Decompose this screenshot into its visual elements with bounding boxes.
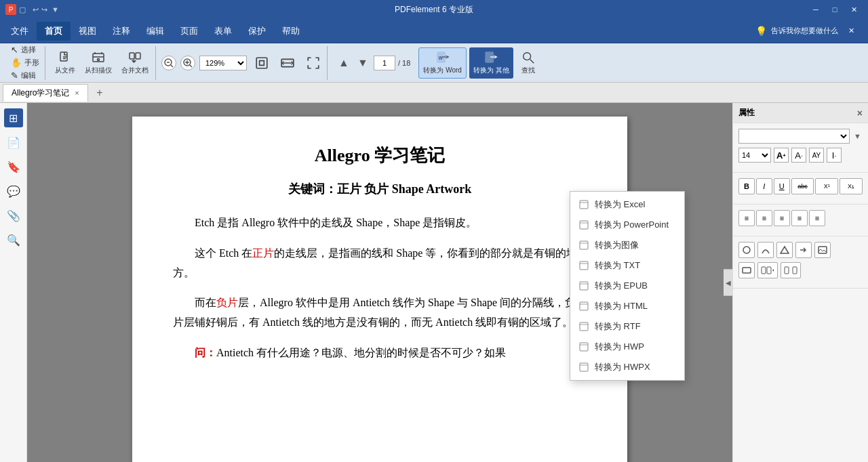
svg-rect-35 bbox=[580, 343, 588, 351]
circle-shape-button[interactable] bbox=[738, 242, 755, 258]
close-button[interactable]: ✕ bbox=[845, 3, 863, 16]
hwp-icon bbox=[578, 341, 589, 352]
convert-other-button[interactable]: 转换为 其他 bbox=[469, 47, 513, 79]
dropdown-html[interactable]: 转换为 HTML bbox=[570, 296, 684, 316]
menu-help[interactable]: 帮助 bbox=[274, 22, 308, 41]
pdf-para4: 问：Antietch 有什么用途？电源、地分割的时候是否不可少？如果 bbox=[173, 343, 587, 363]
page-number-input[interactable] bbox=[374, 56, 395, 70]
pdf-para3: 而在负片层，Allegro 软件中是用 Antietch 线作为 Shape 与… bbox=[173, 293, 587, 333]
dropdown-txt[interactable]: 转换为 TXT bbox=[570, 255, 684, 276]
align-justify-button[interactable]: ≡ bbox=[791, 210, 808, 226]
tab-add-button[interactable]: + bbox=[91, 84, 108, 102]
italic-button[interactable]: I bbox=[756, 178, 772, 194]
tab-document[interactable]: Allegro学习笔记 × bbox=[3, 84, 88, 102]
font-size-down-button[interactable]: A- bbox=[791, 148, 806, 163]
fit-page-button[interactable] bbox=[251, 51, 273, 75]
shape-section bbox=[733, 236, 868, 289]
menu-file[interactable]: 文件 bbox=[3, 22, 37, 41]
nav-down-button[interactable]: ▼ bbox=[355, 55, 371, 71]
text-box-button[interactable] bbox=[738, 262, 755, 278]
triangle-shape-button[interactable] bbox=[776, 242, 793, 258]
window-controls: ─ □ ✕ bbox=[807, 3, 863, 16]
font-size-select[interactable]: 14 12 16 18 bbox=[738, 148, 771, 163]
convert-word-button[interactable]: W 转换为 Word bbox=[418, 47, 467, 79]
menu-edit[interactable]: 编辑 bbox=[138, 22, 172, 41]
dropdown-powerpoint[interactable]: 转换为 PowerPoint bbox=[570, 215, 684, 235]
svg-rect-36 bbox=[580, 363, 588, 371]
menu-page[interactable]: 页面 bbox=[172, 22, 206, 41]
zoom-in-button[interactable] bbox=[180, 56, 195, 70]
dropdown-rtf[interactable]: 转换为 RTF bbox=[570, 316, 684, 337]
panel-comment-icon[interactable]: 💬 bbox=[4, 182, 23, 201]
strikethrough-button[interactable]: abc bbox=[791, 178, 814, 194]
menu-annotate[interactable]: 注释 bbox=[104, 22, 138, 41]
from-scan-button[interactable]: 从扫描仪 bbox=[81, 47, 116, 79]
superscript-button[interactable]: X¹ bbox=[815, 178, 838, 194]
svg-line-11 bbox=[190, 65, 192, 67]
search-button[interactable]: 查找 bbox=[516, 47, 540, 79]
align2-button[interactable] bbox=[757, 262, 778, 278]
distribute-button[interactable] bbox=[781, 262, 801, 278]
shape-row2 bbox=[738, 262, 863, 278]
edit-tool[interactable]: ✎ 编辑 bbox=[9, 70, 41, 81]
select-tool[interactable]: ↖ 选择 bbox=[9, 44, 41, 56]
bold-button[interactable]: B bbox=[738, 178, 755, 194]
panel-home-icon[interactable]: ⊞ bbox=[4, 108, 23, 127]
search-hint: 告诉我你想要做什么 bbox=[771, 26, 838, 36]
panel-bookmark-icon[interactable]: 🔖 bbox=[4, 157, 23, 176]
nav-up-button[interactable]: ▲ bbox=[336, 55, 352, 71]
align-right-button[interactable]: ≡ bbox=[774, 210, 790, 226]
collapse-button[interactable]: ◀ bbox=[724, 269, 732, 296]
right-panel-close-button[interactable]: × bbox=[857, 108, 863, 119]
svg-text:W: W bbox=[438, 55, 442, 60]
zoom-out-button[interactable] bbox=[161, 56, 176, 70]
dropdown-epub[interactable]: 转换为 EPUB bbox=[570, 276, 684, 296]
align-section: ≡ ≡ ≡ ≡ ≡ bbox=[733, 205, 868, 236]
svg-rect-27 bbox=[793, 267, 797, 274]
dropdown-hwpx[interactable]: 转换为 HWPX bbox=[570, 357, 684, 377]
svg-rect-24 bbox=[762, 267, 766, 274]
dropdown-menu: 转换为 Excel 转换为 PowerPoint 转换为图像 转换为 TXT 转… bbox=[570, 191, 685, 381]
restore-button[interactable]: □ bbox=[826, 3, 844, 16]
image-shape-button[interactable] bbox=[814, 242, 831, 258]
dropdown-hwp[interactable]: 转换为 HWP bbox=[570, 337, 684, 357]
fullscreen-button[interactable] bbox=[302, 51, 324, 75]
menu-form[interactable]: 表单 bbox=[206, 22, 240, 41]
text-align-row: ≡ ≡ ≡ ≡ ≡ bbox=[738, 210, 863, 226]
menubar-close-button[interactable]: ✕ bbox=[842, 24, 860, 38]
font-size-up-button[interactable]: A+ bbox=[774, 148, 789, 163]
font-indent-button[interactable]: I- bbox=[827, 148, 842, 163]
from-file-button[interactable]: 从文件 bbox=[51, 47, 79, 79]
underline-button[interactable]: U bbox=[774, 178, 790, 194]
align-center-button[interactable]: ≡ bbox=[756, 210, 772, 226]
minimize-button[interactable]: ─ bbox=[807, 3, 825, 16]
menu-view[interactable]: 视图 bbox=[71, 22, 104, 41]
dropdown-image[interactable]: 转换为图像 bbox=[570, 235, 684, 255]
svg-rect-23 bbox=[743, 268, 751, 273]
menu-home[interactable]: 首页 bbox=[37, 22, 71, 41]
zoom-group: 129% 100% 75% 150% bbox=[159, 46, 328, 80]
arrow-shape-button[interactable] bbox=[795, 242, 812, 258]
align-left-button[interactable]: ≡ bbox=[738, 210, 755, 226]
panel-attach-icon[interactable]: 📎 bbox=[4, 206, 23, 225]
svg-rect-28 bbox=[580, 201, 588, 209]
menu-protect[interactable]: 保护 bbox=[240, 22, 274, 41]
dropdown-excel[interactable]: 转换为 Excel bbox=[570, 194, 684, 215]
main-area: ⊞ 📄 🔖 💬 📎 🔍 ◀ Allegro 学习笔记 关键词：正片 负片 Sha… bbox=[0, 103, 868, 462]
font-family-select[interactable] bbox=[738, 129, 850, 144]
pdf-para2: 这个 Etch 在正片的走线层，是指画的线和 Shape 等，你看到的部分就是有… bbox=[173, 244, 587, 283]
arc-shape-button[interactable] bbox=[757, 242, 774, 258]
hand-tool[interactable]: ✋ 手形 bbox=[9, 57, 41, 68]
list-button[interactable]: ≡ bbox=[809, 210, 825, 226]
zoom-select[interactable]: 129% 100% 75% 150% bbox=[199, 56, 247, 70]
svg-rect-32 bbox=[580, 282, 588, 290]
fit-width-button[interactable] bbox=[277, 51, 298, 75]
font-spacing-button[interactable]: AY bbox=[809, 148, 824, 163]
tab-close-button[interactable]: × bbox=[75, 89, 79, 97]
svg-rect-12 bbox=[256, 58, 267, 68]
panel-pages-icon[interactable]: 📄 bbox=[4, 133, 23, 152]
panel-search-icon[interactable]: 🔍 bbox=[4, 230, 23, 249]
merge-button[interactable]: 合并文档 bbox=[117, 47, 153, 79]
text-format-row: B I U abc X¹ X₁ bbox=[738, 178, 863, 194]
subscript-button[interactable]: X₁ bbox=[840, 178, 863, 194]
